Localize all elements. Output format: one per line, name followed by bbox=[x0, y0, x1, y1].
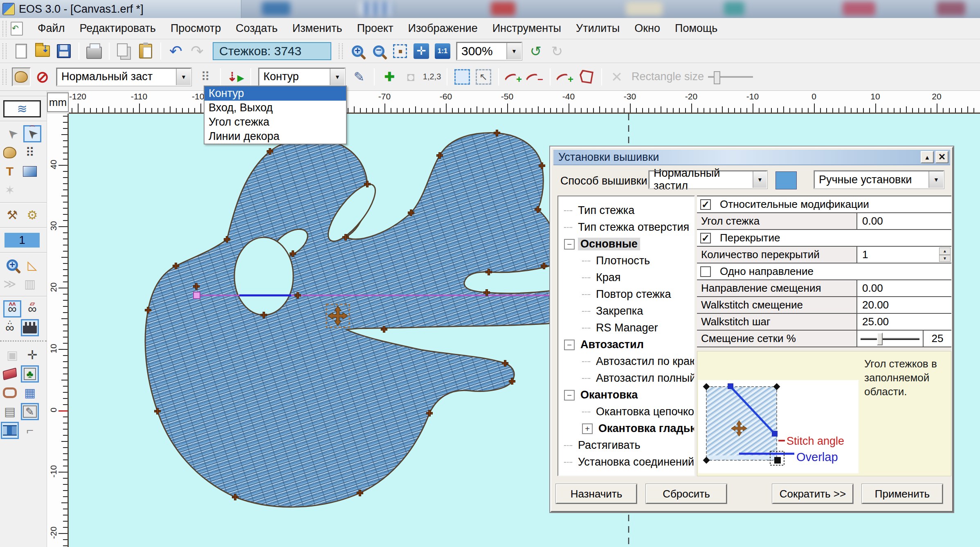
tree-item-11[interactable]: −Окантовка bbox=[558, 387, 694, 403]
menu-item-2[interactable]: Просмотр bbox=[163, 20, 228, 37]
tree-item-label[interactable]: Тип стежка отверстия bbox=[575, 221, 692, 234]
tree-expander-icon[interactable]: − bbox=[564, 390, 575, 401]
shape-node[interactable] bbox=[427, 410, 432, 416]
tree-item-label[interactable]: RS Manager bbox=[593, 322, 661, 334]
tree-item-13[interactable]: +Окантовка гладью bbox=[558, 420, 694, 437]
contour-button[interactable] bbox=[577, 68, 596, 86]
menu-item-9[interactable]: Окно bbox=[627, 20, 668, 37]
add-stitch-button[interactable]: ✚ bbox=[380, 68, 399, 86]
tree-item-label[interactable]: Автозастил bbox=[578, 338, 646, 351]
document-icon[interactable] bbox=[11, 22, 23, 36]
shape-node[interactable] bbox=[408, 210, 414, 216]
board-edit-toggle[interactable]: ✎ bbox=[21, 403, 39, 420]
fill-shape-button[interactable] bbox=[12, 68, 31, 86]
property-value[interactable]: 0.00 bbox=[857, 213, 951, 229]
delete-point-button[interactable]: (− bbox=[526, 68, 544, 86]
move-origin-tool[interactable]: ✛ bbox=[23, 347, 41, 364]
stitch-list-button[interactable]: ≋ bbox=[3, 100, 41, 117]
stitch-direction-button[interactable]: ⇣▶ bbox=[226, 68, 245, 86]
shape-node[interactable] bbox=[494, 130, 500, 136]
shape-node[interactable] bbox=[224, 236, 230, 242]
menu-item-1[interactable]: Редактировать bbox=[72, 20, 163, 37]
marquee-select-button[interactable] bbox=[453, 68, 472, 86]
shape-node[interactable] bbox=[486, 269, 492, 275]
tree-item-14[interactable]: Растягивать bbox=[558, 437, 694, 454]
shape-node[interactable] bbox=[484, 290, 490, 295]
title-area[interactable]: EOS 3.0 - [Canvas1.erf *] bbox=[0, 0, 241, 18]
assign-button[interactable]: Назначить bbox=[556, 484, 637, 504]
checkbox-checked[interactable]: ✓ bbox=[700, 199, 711, 210]
machine-view-tool[interactable]: ▥ bbox=[21, 275, 39, 293]
shape-node[interactable] bbox=[343, 234, 348, 240]
shape-node[interactable] bbox=[145, 307, 151, 313]
spinner[interactable]: ▲▼ bbox=[939, 248, 951, 262]
shape-node[interactable] bbox=[193, 284, 199, 289]
shape-node[interactable] bbox=[535, 207, 541, 212]
zoom-in-button[interactable] bbox=[348, 42, 367, 61]
open-button[interactable] bbox=[33, 42, 52, 61]
tree-item-8[interactable]: −Автозастил bbox=[558, 336, 694, 353]
save-button[interactable] bbox=[54, 42, 73, 61]
shape-node[interactable] bbox=[232, 494, 238, 500]
magic-wand-tool[interactable]: ✶ bbox=[1, 182, 19, 199]
color-swatch[interactable] bbox=[775, 171, 797, 189]
tree-item-10[interactable]: Автозастил полный bbox=[558, 370, 694, 387]
machine-tool[interactable]: ⌐ bbox=[21, 422, 39, 439]
view-points-toggle[interactable]: ∞∴ bbox=[1, 319, 19, 336]
tree-expander-icon[interactable]: + bbox=[582, 423, 593, 434]
view-stitches-toggle[interactable]: ∞ʌʌ bbox=[3, 300, 21, 317]
pan-button[interactable]: ✛ bbox=[412, 42, 431, 61]
select-objects-button[interactable]: ↖ bbox=[474, 68, 493, 86]
hammer-tool[interactable]: ⚒ bbox=[3, 207, 21, 224]
menu-item-3[interactable]: Создать bbox=[228, 20, 285, 37]
delete-shape-button[interactable]: ✕ bbox=[607, 68, 626, 86]
fill-type-combo[interactable]: Нормальный заст ▼ bbox=[56, 68, 191, 86]
no-fill-button[interactable]: ⊘ bbox=[33, 68, 52, 86]
zoom-level-combo[interactable]: 300% ▼ bbox=[456, 42, 522, 60]
tree-item-7[interactable]: RS Manager bbox=[558, 320, 694, 336]
zoom-tool[interactable] bbox=[3, 257, 21, 274]
tree-item-label[interactable]: Автозастил по краю bbox=[593, 355, 695, 368]
menu-item-4[interactable]: Изменить bbox=[285, 20, 350, 37]
method-combo[interactable]: Нормальный застил ▼ bbox=[649, 171, 767, 189]
view-film-toggle[interactable] bbox=[21, 319, 39, 336]
settings-mode-combo[interactable]: Ручные установки ▼ bbox=[814, 171, 944, 189]
next-zoom-button[interactable]: ↻ bbox=[548, 42, 566, 61]
dropdown-item-1[interactable]: Вход, Выход bbox=[205, 101, 346, 115]
fabric-tool[interactable] bbox=[1, 365, 19, 383]
text-tool[interactable]: T bbox=[1, 163, 19, 180]
line-start-handle[interactable] bbox=[193, 292, 200, 299]
measure-tool[interactable]: ◺ bbox=[23, 257, 41, 274]
dialog-titlebar[interactable]: Установки вышивки ▲ ✕ bbox=[553, 150, 950, 165]
tree-item-label[interactable]: Тип стежка bbox=[575, 204, 637, 217]
tree-item-label[interactable]: Повтор стежка bbox=[593, 288, 674, 301]
checkbox-checked[interactable]: ✓ bbox=[700, 233, 711, 243]
reset-button[interactable]: Сбросить bbox=[646, 484, 727, 504]
tree-item-label[interactable]: Окантовка bbox=[578, 389, 640, 401]
rectangle-tool[interactable] bbox=[21, 163, 39, 180]
chevron-down-icon[interactable]: ▼ bbox=[753, 171, 766, 188]
print-button[interactable] bbox=[85, 42, 103, 61]
tree-item-label[interactable]: Окантовка гладью bbox=[596, 422, 695, 435]
rectangle-size-slider[interactable] bbox=[708, 69, 753, 85]
menu-grip[interactable] bbox=[2, 21, 7, 36]
shape-node[interactable] bbox=[381, 326, 387, 332]
new-document-button[interactable] bbox=[12, 42, 31, 61]
draw-pen-button[interactable]: ✎ bbox=[350, 68, 369, 86]
menu-item-0[interactable]: Файл bbox=[30, 20, 72, 37]
undo-button[interactable]: ↶ bbox=[166, 42, 185, 61]
tree-item-label[interactable]: Плотность bbox=[593, 254, 652, 267]
shape-node[interactable] bbox=[364, 181, 370, 187]
shape-node[interactable] bbox=[539, 163, 545, 169]
gears-tool[interactable]: ⚙ bbox=[23, 207, 41, 224]
bars-toggle[interactable] bbox=[1, 422, 19, 439]
shape-node[interactable] bbox=[509, 378, 515, 384]
tree-item-label[interactable]: Автозастил полный bbox=[593, 372, 695, 385]
tree-item-label[interactable]: Окантовка цепочкой bbox=[593, 405, 695, 418]
slider-thumb[interactable] bbox=[877, 333, 883, 345]
shape-node[interactable] bbox=[437, 153, 443, 158]
design-canvas[interactable]: Установки вышивки ▲ ✕ Способ вышивки: Но… bbox=[69, 114, 980, 547]
dropdown-item-0[interactable]: Контур bbox=[205, 86, 346, 101]
node-edit-tool[interactable]: ➤⌒ bbox=[23, 125, 41, 142]
tree-item-label[interactable]: Края bbox=[593, 271, 623, 284]
